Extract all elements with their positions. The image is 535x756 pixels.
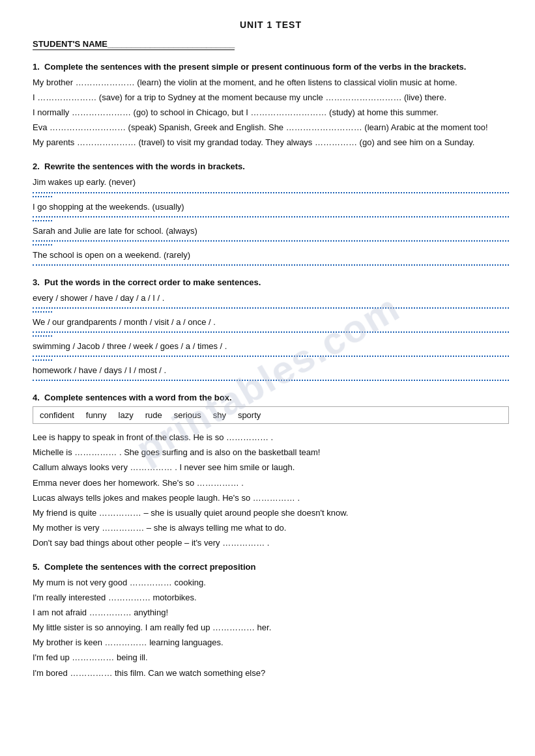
answer-line [33, 331, 509, 333]
sentence: Don't say bad things about other people … [33, 536, 509, 550]
section-1-sentences: My brother ………………… (learn) the violin at… [33, 76, 509, 150]
section-5: 5. Complete the sentences with the corre… [33, 562, 509, 680]
section-5-title: 5. Complete the sentences with the corre… [33, 562, 509, 572]
answer-line-short [33, 196, 52, 197]
sentence: homework / have / days / I / most / . [33, 363, 509, 378]
sentence: My brother ………………… (learn) the violin at… [33, 76, 509, 90]
sentence: My mum is not very good …………… cooking. [33, 576, 509, 590]
word-box-item: funny [86, 410, 107, 420]
word-box-item: shy [213, 410, 226, 420]
sentence: Emma never does her homework. She's so …… [33, 476, 509, 490]
sentence: My friend is quite …………… – she is usuall… [33, 506, 509, 520]
answer-line [33, 240, 509, 242]
answer-line [33, 356, 509, 357]
section-4: 4. Complete sentences with a word from t… [33, 393, 509, 550]
student-name-label: STUDENT'S NAME__________________________… [33, 39, 235, 50]
answer-line-short [33, 335, 52, 337]
word-box-item: sporty [238, 410, 261, 420]
sentence: Eva ……………………… (speak) Spanish, Greek and… [33, 120, 509, 135]
sentence: My parents ………………… (travel) to visit my … [33, 135, 509, 150]
sentence: I'm bored …………… this film. Can we watch … [33, 666, 509, 680]
sentence: I ………………… (save) for a trip to Sydney at… [33, 91, 509, 105]
rewrite-item-2: I go shopping at the weekends. (usually) [33, 200, 509, 221]
answer-line [33, 216, 509, 217]
sentence: Lucas always tells jokes and makes peopl… [33, 491, 509, 505]
order-item-1: every / shower / have / day / a / I / . [33, 291, 509, 313]
section-2-title: 2. Rewrite the sentences with the words … [33, 161, 509, 171]
rewrite-item-1: Jim wakes up early. (never) [33, 175, 509, 197]
sentence: My mother is very …………… – she is always … [33, 521, 509, 535]
sentence: I'm really interested …………… motorbikes. [33, 591, 509, 605]
word-box-item: lazy [119, 410, 134, 420]
page-title: UNIT 1 TEST [33, 20, 509, 30]
sentence: My brother is keen …………… learning langua… [33, 636, 509, 650]
rewrite-item-4: The school is open on a weekend. (rarely… [33, 248, 509, 266]
sentence: Lee is happy to speak in front of the cl… [33, 430, 509, 445]
sentence: I am not afraid …………… anything! [33, 606, 509, 620]
sentence: My little sister is so annoying. I am re… [33, 621, 509, 635]
sentence: swimming / Jacob / three / week / goes /… [33, 339, 509, 354]
answer-line [33, 192, 509, 193]
order-item-2: We / our grandparents / month / visit / … [33, 315, 509, 337]
sentence: I normally ………………… (go) to school in Chi… [33, 105, 509, 120]
sentence: We / our grandparents / month / visit / … [33, 315, 509, 329]
answer-line-short [33, 359, 52, 361]
answer-line-short [33, 220, 52, 221]
sentence: Sarah and Julie are late for school. (al… [33, 224, 509, 238]
section-3: 3. Put the words in the correct order to… [33, 277, 509, 381]
answer-line [33, 380, 509, 381]
order-item-3: swimming / Jacob / three / week / goes /… [33, 339, 509, 361]
answer-line-short [33, 244, 52, 245]
word-box-item: confident [40, 410, 74, 420]
sentence: Michelle is …………… . She goes surfing and… [33, 445, 509, 460]
answer-line [33, 264, 509, 266]
section-4-title: 4. Complete sentences with a word from t… [33, 393, 509, 402]
answer-line-short [33, 311, 52, 313]
word-box: confident funny lazy rude serious shy sp… [33, 406, 509, 424]
word-box-item: rude [145, 410, 162, 420]
section-2: 2. Rewrite the sentences with the words … [33, 161, 509, 265]
sentence: Callum always looks very …………… . I never… [33, 460, 509, 475]
sentence: I go shopping at the weekends. (usually) [33, 200, 509, 214]
sentence: The school is open on a weekend. (rarely… [33, 248, 509, 262]
rewrite-item-3: Sarah and Julie are late for school. (al… [33, 224, 509, 245]
section-1-title: 1. Complete the sentences with the prese… [33, 62, 509, 72]
section-1: 1. Complete the sentences with the prese… [33, 62, 509, 150]
section-3-title: 3. Put the words in the correct order to… [33, 277, 509, 287]
sentence: every / shower / have / day / a / I / . [33, 291, 509, 305]
sentence: Jim wakes up early. (never) [33, 175, 509, 189]
word-box-item: serious [174, 410, 201, 420]
sentence: I'm fed up …………… being ill. [33, 651, 509, 665]
answer-line [33, 307, 509, 309]
order-item-4: homework / have / days / I / most / . [33, 363, 509, 381]
